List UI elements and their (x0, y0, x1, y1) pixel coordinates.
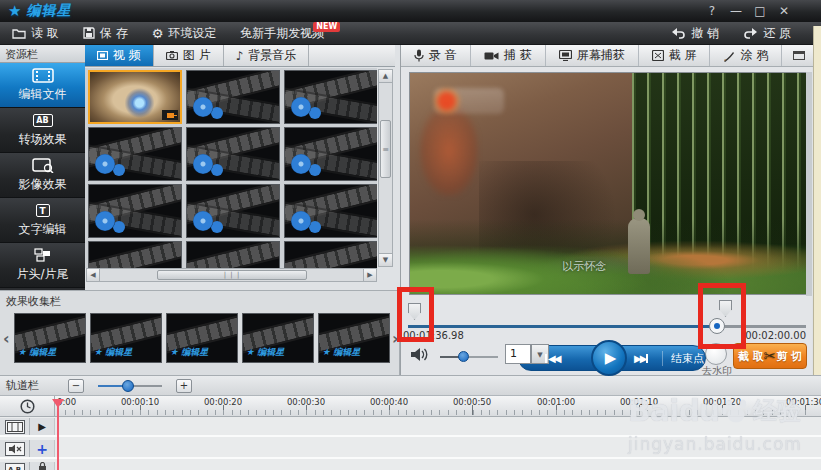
timeline-zoom-slider[interactable] (98, 385, 162, 387)
new-badge: NEW (313, 22, 340, 32)
load-label: 读 取 (31, 25, 59, 42)
film-reel-icon (193, 211, 213, 231)
sidebar-item-text-edit[interactable]: T 文字编辑 (0, 198, 85, 243)
video-preview: 以示怀念 (409, 72, 807, 295)
close-button[interactable]: ✕ (775, 4, 793, 18)
media-thumb[interactable] (284, 184, 377, 238)
audio-track-row[interactable]: + (0, 439, 821, 459)
film-reel-icon (291, 211, 311, 231)
save-button[interactable]: 保 存 (71, 22, 140, 44)
media-thumb[interactable] (284, 241, 377, 268)
window-controls: ? — □ ✕ (703, 4, 821, 18)
speed-input[interactable]: 1 (505, 344, 531, 364)
media-thumb[interactable] (88, 127, 182, 181)
video-track-header[interactable] (0, 418, 30, 435)
timeline-zoom-out-button[interactable]: − (68, 379, 84, 393)
video-effect-icon (32, 158, 54, 174)
media-thumb[interactable] (186, 241, 280, 268)
video-track-row[interactable]: ▶ (0, 417, 821, 437)
maximize-button[interactable]: □ (751, 4, 769, 18)
detach-window-icon[interactable] (793, 51, 805, 60)
tab-label: 图 片 (183, 47, 211, 64)
track-expand-button[interactable]: ▶ (30, 418, 55, 435)
skip-back-button[interactable]: ◀◀ (545, 353, 559, 364)
capture-label: 录 音 (429, 47, 457, 64)
play-button[interactable]: ▶ (591, 340, 627, 376)
track-bar: 轨道栏 − + (0, 375, 821, 395)
scroll-left-button[interactable]: ◀ (87, 269, 100, 281)
add-track-button[interactable]: + (30, 440, 55, 457)
end-point-button[interactable]: 结束点 (662, 351, 704, 366)
redo-icon (743, 28, 758, 39)
effect-thumb[interactable]: ★ 编辑星 (166, 313, 238, 363)
minimize-button[interactable]: — (727, 4, 745, 18)
app-title: 编辑星 (26, 2, 71, 20)
scroll-right-button[interactable]: ▶ (363, 269, 376, 281)
effect-thumb[interactable]: ★ 编辑星 (242, 313, 314, 363)
timeline-zoom-in-button[interactable]: + (176, 379, 192, 393)
undo-button[interactable]: 撤 销 (659, 25, 731, 42)
minor-ticks (57, 410, 813, 415)
seek-bar-played (408, 325, 717, 328)
title-bar: ★ 编辑星 ? — □ ✕ (0, 0, 821, 22)
help-button[interactable]: ? (703, 4, 721, 18)
capture-toolbar: 录 音 捕 获 屏幕捕获 截 屏 涂 鸦 (401, 45, 813, 67)
sidebar-item-video-effects[interactable]: 影像效果 (0, 153, 85, 198)
load-button[interactable]: 读 取 (0, 22, 71, 44)
settings-button[interactable]: ⚙ 环境设定 (140, 22, 229, 44)
video-tab-icon (97, 51, 108, 60)
tab-label: 背景音乐 (248, 47, 296, 64)
media-thumb[interactable] (284, 127, 377, 181)
capture-button[interactable]: 捕 获 (471, 45, 546, 66)
media-thumb-selected[interactable] (88, 70, 182, 124)
doodle-button[interactable]: 涂 鸦 (710, 45, 782, 66)
subtitle-track-header[interactable]: A B (0, 462, 30, 470)
sidebar-item-intro-outro[interactable]: 片头/片尾 (0, 243, 85, 288)
media-thumb[interactable] (284, 70, 377, 124)
timeline-ruler[interactable]: 0:00 00:00:10 00:00:20 00:00:30 00:00:40… (0, 395, 821, 417)
speaker-icon[interactable] (410, 347, 430, 362)
skip-forward-button[interactable]: ▶▶ (634, 353, 648, 364)
promo-button[interactable]: 免新手期发视频 NEW (228, 22, 336, 44)
media-thumb[interactable] (186, 70, 280, 124)
sidebar-item-edit-files[interactable]: 编辑文件 (0, 63, 85, 108)
record-audio-button[interactable]: 录 音 (401, 45, 471, 66)
media-thumb[interactable] (88, 184, 182, 238)
plus-icon: + (36, 441, 48, 457)
media-thumb[interactable] (186, 127, 280, 181)
sidebar-item-label: 编辑文件 (19, 86, 67, 103)
tab-video[interactable]: 视 频 (85, 45, 154, 66)
tab-background-music[interactable]: ♪ 背景音乐 (224, 45, 310, 66)
tab-image[interactable]: 图 片 (154, 45, 224, 66)
effect-thumb[interactable]: ★ 编辑星 (14, 313, 86, 363)
timeline-zoom-thumb[interactable] (122, 380, 134, 392)
playhead-line[interactable] (57, 399, 59, 470)
media-tabs: 视 频 图 片 ♪ 背景音乐 (85, 45, 395, 67)
horizontal-scroll-thumb[interactable]: | | | (157, 270, 307, 280)
audio-track-header[interactable] (0, 440, 30, 457)
effect-thumb[interactable]: ★ 编辑星 (90, 313, 162, 363)
effect-thumb[interactable]: ★ 编辑星 (318, 313, 390, 363)
microphone-icon (414, 49, 424, 62)
effects-prev-arrow[interactable]: ‹ (3, 329, 10, 348)
redo-button[interactable]: 还 原 (731, 25, 803, 42)
snip-icon (652, 50, 664, 61)
subtitle-track-row[interactable]: A B (0, 461, 821, 470)
vertical-scrollbar[interactable]: ▲ ≡ ▼ (378, 69, 393, 267)
media-thumb[interactable] (88, 241, 182, 268)
lock-track-button[interactable] (30, 462, 55, 470)
preview-side-strip (806, 72, 812, 296)
sidebar-item-transitions[interactable]: AB 转场效果 (0, 108, 85, 153)
snip-button[interactable]: 截 屏 (639, 45, 711, 66)
horizontal-scrollbar[interactable]: ◀ | | | ▶ (86, 268, 377, 282)
vertical-scroll-thumb[interactable]: ≡ (380, 120, 391, 178)
redo-label: 还 原 (763, 25, 791, 42)
media-thumb[interactable] (186, 184, 280, 238)
volume-slider-thumb[interactable] (458, 351, 469, 362)
gear-icon: ⚙ (152, 26, 164, 41)
scroll-down-button[interactable]: ▼ (379, 253, 392, 266)
scroll-up-button[interactable]: ▲ (379, 70, 392, 83)
screen-capture-button[interactable]: 屏幕捕获 (546, 45, 639, 66)
ab-track-icon: A B (5, 463, 25, 470)
text-edit-icon: T (36, 203, 50, 219)
